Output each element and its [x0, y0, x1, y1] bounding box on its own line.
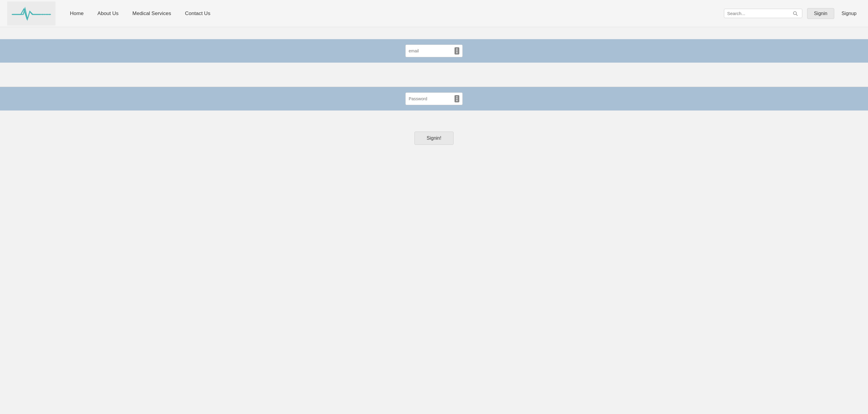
nav-home[interactable]: Home: [64, 8, 89, 19]
dots-icon-password: [456, 96, 458, 101]
nav-about[interactable]: About Us: [92, 8, 124, 19]
password-form-row: [0, 87, 868, 110]
search-container: [724, 9, 802, 18]
signin-button[interactable]: Signin: [807, 8, 834, 19]
nav-links: Home About Us Medical Services Contact U…: [64, 8, 724, 19]
nav-contact[interactable]: Contact Us: [180, 8, 216, 19]
password-input-wrapper: [405, 93, 463, 105]
search-icon: [793, 11, 798, 16]
svg-line-3: [796, 14, 797, 15]
logo-container: [7, 1, 56, 26]
main-content: Signin!: [0, 27, 868, 145]
logo-icon: [12, 6, 51, 21]
signin-btn-row: Signin!: [0, 132, 868, 145]
search-button[interactable]: [792, 11, 799, 16]
form-gap-1: [0, 72, 868, 87]
search-input[interactable]: [727, 11, 792, 16]
password-input[interactable]: [409, 96, 455, 101]
email-dots-button[interactable]: [455, 47, 459, 55]
email-input-wrapper: [405, 44, 463, 57]
email-form-row: [0, 39, 868, 63]
auth-buttons: Signin Signup: [807, 8, 861, 19]
email-input[interactable]: [409, 48, 455, 53]
signin-form-button[interactable]: Signin!: [414, 132, 454, 145]
nav-services[interactable]: Medical Services: [127, 8, 177, 19]
signup-button[interactable]: Signup: [837, 8, 861, 19]
dots-icon: [456, 48, 458, 53]
navbar: Home About Us Medical Services Contact U…: [0, 0, 868, 27]
password-dots-button[interactable]: [455, 95, 459, 102]
